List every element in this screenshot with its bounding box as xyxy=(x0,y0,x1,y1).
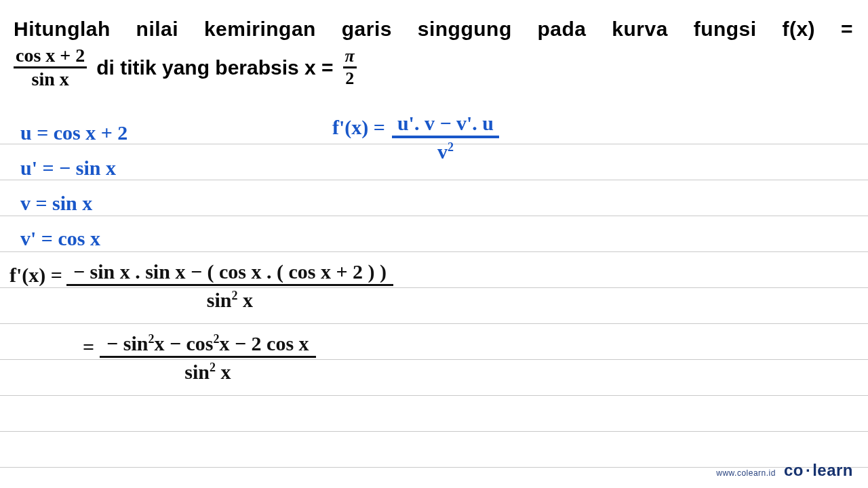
math-text: x xyxy=(238,289,254,311)
math-text: v' = cos x xyxy=(20,226,100,251)
math-text: sin xyxy=(207,289,232,311)
math-text: − sin xyxy=(106,332,148,354)
problem-statement: Hitunglah nilai kemiringan garis singgun… xyxy=(14,15,854,89)
exponent: 2 xyxy=(210,361,216,374)
step-lhs: f'(x) = xyxy=(9,260,62,287)
derivative-step-2: = − sin2x − cos2x − 2 cos x sin2 x xyxy=(83,332,316,383)
math-text: v xyxy=(437,140,448,163)
brand-part: co xyxy=(784,461,804,479)
word: Hitunglah xyxy=(14,15,111,43)
problem-line-2: cos x + 2 sin x di titik yang berabsis x… xyxy=(14,46,854,89)
step-denominator: sin2 x xyxy=(178,358,237,383)
step-numerator: − sin2x − cos2x − 2 cos x xyxy=(100,332,315,358)
word: fungsi xyxy=(694,15,757,43)
equals-sign: = xyxy=(83,332,94,359)
formula-numerator: u'. v − v'. u xyxy=(392,113,499,138)
word: singgung xyxy=(418,15,512,43)
math-text: u = cos x + 2 xyxy=(20,121,127,145)
math-text: x xyxy=(216,361,231,383)
exponent: 2 xyxy=(232,289,238,302)
watermark-brand: co·learn xyxy=(784,461,853,480)
problem-mid-text: di titik yang berabsis x = xyxy=(96,54,333,82)
math-text: v = sin x xyxy=(20,191,92,216)
exponent: 2 xyxy=(448,140,454,154)
watermark: www.colearn.id co·learn xyxy=(716,461,853,480)
word: pada xyxy=(538,15,587,43)
word: garis xyxy=(342,15,392,43)
word: kemiringan xyxy=(204,15,316,43)
watermark-url: www.colearn.id xyxy=(716,468,776,478)
fraction-denominator: sin x xyxy=(30,68,71,89)
x-value-fraction: π 2 xyxy=(343,47,357,87)
math-text: u' = − sin x xyxy=(20,156,116,180)
step-fraction: − sin x . sin x − ( cos x . ( cos x + 2 … xyxy=(66,260,393,311)
word: = xyxy=(841,15,853,43)
step-numerator: − sin x . sin x − ( cos x . ( cos x + 2 … xyxy=(66,260,393,286)
derivative-step-1: f'(x) = − sin x . sin x − ( cos x . ( co… xyxy=(9,260,393,311)
math-text: x − cos xyxy=(154,332,213,354)
math-text: sin xyxy=(184,361,210,383)
definition-v-prime: v' = cos x xyxy=(20,226,848,251)
formula-denominator: v2 xyxy=(432,138,459,163)
brand-dot: · xyxy=(804,461,812,479)
math-text: x − 2 cos x xyxy=(220,332,309,354)
definition-v: v = sin x xyxy=(20,191,848,216)
step-denominator: sin2 x xyxy=(200,286,260,311)
step-fraction: − sin2x − cos2x − 2 cos x sin2 x xyxy=(100,332,315,383)
fraction-numerator: cos x + 2 xyxy=(14,46,87,68)
exponent: 2 xyxy=(214,332,220,346)
word: nilai xyxy=(136,15,179,43)
problem-line-1: Hitunglah nilai kemiringan garis singgun… xyxy=(14,15,853,43)
formula-lhs: f'(x) = xyxy=(332,113,385,140)
formula-fraction: u'. v − v'. u v2 xyxy=(392,113,499,162)
function-fraction: cos x + 2 sin x xyxy=(14,46,87,89)
fraction-numerator: π xyxy=(343,47,357,68)
word: f(x) xyxy=(782,15,815,43)
word: kurva xyxy=(612,15,668,43)
brand-part: learn xyxy=(812,461,853,479)
quotient-rule-formula: f'(x) = u'. v − v'. u v2 xyxy=(332,113,499,162)
fraction-denominator: 2 xyxy=(343,68,356,87)
